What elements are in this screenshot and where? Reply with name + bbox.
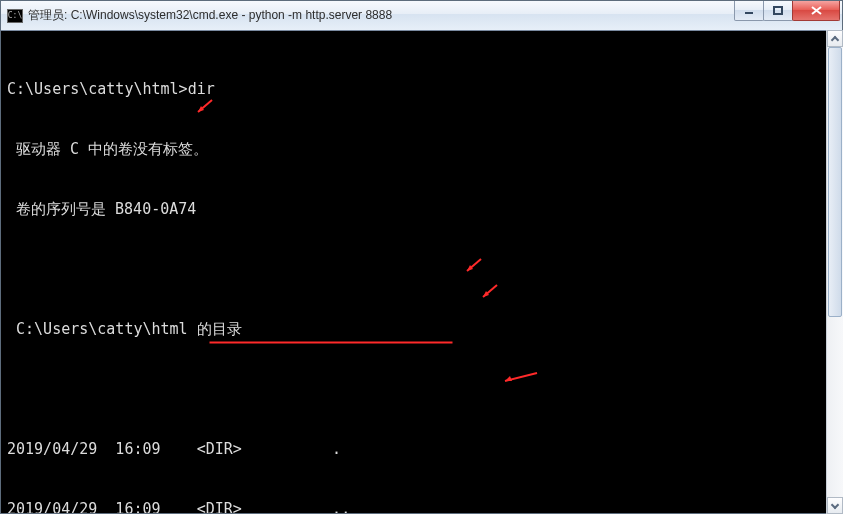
cmd-icon: C:\ xyxy=(7,8,23,24)
svg-rect-1 xyxy=(774,7,782,14)
minimize-button[interactable] xyxy=(734,1,764,21)
terminal-area[interactable]: C:\Users\catty\html>dir 驱动器 C 中的卷没有标签。 卷… xyxy=(1,31,842,513)
terminal-line xyxy=(7,379,836,399)
titlebar[interactable]: C:\ 管理员: C:\Windows\system32\cmd.exe - p… xyxy=(1,1,842,31)
scroll-down-button[interactable] xyxy=(827,497,843,514)
terminal-line: C:\Users\catty\html 的目录 xyxy=(7,319,836,339)
annotation-arrow xyxy=(499,329,553,427)
vertical-scrollbar[interactable] xyxy=(826,30,843,514)
close-button[interactable] xyxy=(792,1,840,21)
terminal-line: 2019/04/29 16:09 <DIR> . xyxy=(7,439,836,459)
scroll-track[interactable] xyxy=(827,47,843,497)
terminal-line xyxy=(7,259,836,279)
scroll-thumb[interactable] xyxy=(828,47,842,317)
window-title: 管理员: C:\Windows\system32\cmd.exe - pytho… xyxy=(28,7,735,24)
maximize-button[interactable] xyxy=(763,1,793,21)
window-controls xyxy=(735,1,840,30)
cmd-window: C:\ 管理员: C:\Windows\system32\cmd.exe - p… xyxy=(0,0,843,514)
annotation-underline xyxy=(210,342,452,343)
terminal-line: C:\Users\catty\html>dir xyxy=(7,79,836,99)
scroll-up-button[interactable] xyxy=(827,30,843,47)
terminal-line: 2019/04/29 16:09 <DIR> .. xyxy=(7,499,836,513)
svg-marker-6 xyxy=(483,291,489,297)
terminal-line: 驱动器 C 中的卷没有标签。 xyxy=(7,139,836,159)
terminal-line: 卷的序列号是 B840-0A74 xyxy=(7,199,836,219)
svg-marker-4 xyxy=(198,106,204,112)
